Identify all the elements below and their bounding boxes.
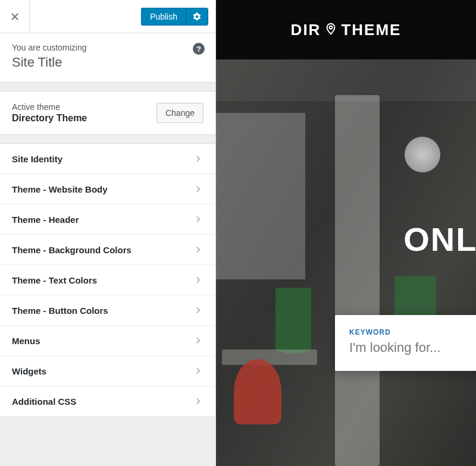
menu-item-label: Theme - Website Body <box>12 184 108 194</box>
hero-section: ONLI KEYWORD I'm looking for... <box>216 59 476 466</box>
menu-item-theme-website-body[interactable]: Theme - Website Body <box>0 174 215 204</box>
preview-header: DIR THEME <box>216 0 476 59</box>
context-title: Site Title <box>12 55 203 70</box>
chevron-right-icon <box>193 275 203 285</box>
menu-item-theme-text-colors[interactable]: Theme - Text Colors <box>0 265 215 295</box>
active-theme-label: Active theme <box>12 102 87 112</box>
publish-settings-button[interactable] <box>186 8 208 26</box>
menu-item-theme-header[interactable]: Theme - Header <box>0 204 215 235</box>
menu-item-theme-background-colors[interactable]: Theme - Background Colors <box>0 235 215 265</box>
menu-item-menus[interactable]: Menus <box>0 326 215 356</box>
chevron-right-icon <box>193 366 203 376</box>
menu-item-label: Theme - Background Colors <box>12 245 131 255</box>
close-icon <box>10 11 20 22</box>
change-theme-button[interactable]: Change <box>156 103 203 123</box>
chevron-right-icon <box>193 335 203 346</box>
publish-button[interactable]: Publish <box>141 8 186 26</box>
logo-text-right: THEME <box>341 21 401 39</box>
close-button[interactable] <box>0 0 30 33</box>
context-label: You are customizing <box>12 43 203 52</box>
hero-title: ONLI <box>403 220 476 259</box>
chevron-right-icon <box>193 244 203 255</box>
map-pin-icon <box>324 21 337 39</box>
menu-item-label: Menus <box>12 336 40 346</box>
customizer-top-bar: Publish <box>0 0 215 33</box>
customizer-context: You are customizing Site Title ? <box>0 33 215 83</box>
chevron-right-icon <box>193 305 203 316</box>
menu-item-label: Theme - Button Colors <box>12 306 108 316</box>
search-keyword-input[interactable]: I'm looking for... <box>349 340 474 355</box>
chevron-right-icon <box>193 396 203 407</box>
chevron-right-icon <box>193 214 203 225</box>
logo-text-left: DIR <box>291 21 321 39</box>
active-theme-name: Directory Theme <box>12 113 87 124</box>
menu-item-label: Site Identity <box>12 154 62 164</box>
menu-item-label: Theme - Text Colors <box>12 275 97 285</box>
hero-background-illustration <box>216 59 476 466</box>
menu-item-widgets[interactable]: Widgets <box>0 356 215 386</box>
menu-item-label: Additional CSS <box>12 396 76 407</box>
customizer-sidebar: Publish You are customizing Site Title ?… <box>0 0 216 466</box>
menu-item-additional-css[interactable]: Additional CSS <box>0 386 215 417</box>
customizer-menu: Site Identity Theme - Website Body Theme… <box>0 143 215 417</box>
search-card: KEYWORD I'm looking for... <box>335 315 476 371</box>
site-preview: DIR THEME ONLI KEYWORD I'm looking for..… <box>216 0 476 466</box>
search-keyword-label: KEYWORD <box>349 328 474 336</box>
help-icon: ? <box>196 45 201 53</box>
active-theme-box: Active theme Directory Theme Change <box>0 91 215 135</box>
menu-item-site-identity[interactable]: Site Identity <box>0 144 215 174</box>
gear-icon <box>192 12 202 21</box>
menu-item-theme-button-colors[interactable]: Theme - Button Colors <box>0 295 215 326</box>
chevron-right-icon <box>193 153 203 164</box>
chevron-right-icon <box>193 184 203 194</box>
menu-item-label: Theme - Header <box>12 215 79 225</box>
help-button[interactable]: ? <box>193 43 205 55</box>
menu-item-label: Widgets <box>12 366 46 376</box>
svg-point-2 <box>330 26 333 29</box>
